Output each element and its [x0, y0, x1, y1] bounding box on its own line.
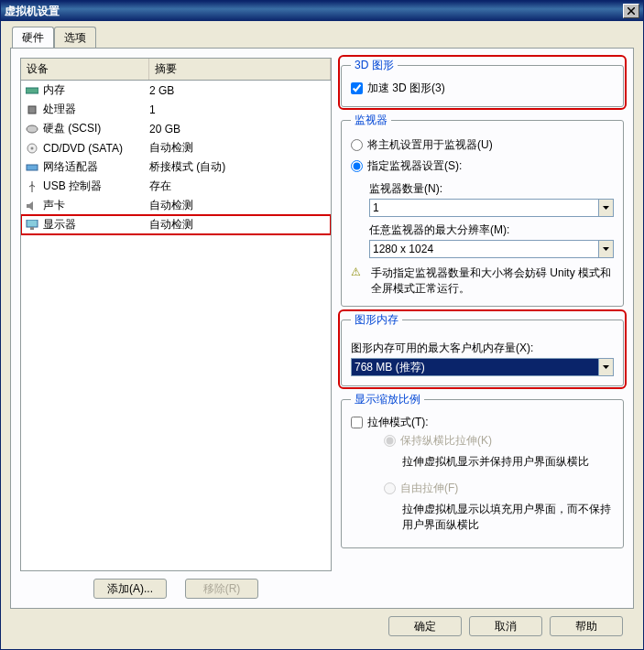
device-list-header: 设备 摘要: [21, 59, 331, 81]
group-display-scaling: 显示缩放比例 拉伸模式(T): 保持纵横比拉伸(K) 拉伸虚拟机显示并保持用户界…: [341, 392, 624, 548]
device-row-cpu[interactable]: 处理器 1: [21, 100, 331, 119]
checkbox-label: 加速 3D 图形(3): [367, 81, 445, 96]
radio-label: 将主机设置用于监视器(U): [367, 137, 493, 153]
device-summary: 自动检测: [149, 198, 327, 213]
device-name: 处理器: [43, 102, 149, 117]
device-summary: 20 GB: [149, 123, 327, 135]
usb-icon: [25, 180, 39, 193]
group-graphics-memory: 图形内存 图形内存可用的最大客户机内存量(X):: [341, 312, 624, 386]
chevron-down-icon: [603, 206, 609, 210]
free-stretch-hint: 拉伸虚拟机显示以填充用户界面，而不保持用户界面纵横比: [402, 502, 614, 533]
col-summary[interactable]: 摘要: [149, 59, 331, 80]
svg-rect-5: [27, 165, 38, 170]
device-row-sound[interactable]: 声卡 自动检测: [21, 196, 331, 215]
device-row-memory[interactable]: 内存 2 GB: [21, 81, 331, 100]
keep-aspect-hint: 拉伸虚拟机显示并保持用户界面纵横比: [402, 454, 614, 470]
checkbox-stretch-mode[interactable]: 拉伸模式(T):: [351, 415, 429, 430]
chevron-down-icon: [603, 247, 609, 251]
device-buttons: 添加(A)... 移除(R): [20, 579, 332, 599]
legend-monitors: 监视器: [351, 113, 391, 128]
dropdown-arrow[interactable]: [599, 199, 614, 217]
device-summary: 自动检测: [149, 140, 327, 156]
radio-free-stretch-input: [384, 482, 396, 494]
device-name: USB 控制器: [43, 179, 149, 194]
radio-label: 自由拉伸(F): [400, 481, 458, 496]
device-row-cd[interactable]: CD/DVD (SATA) 自动检测: [21, 138, 331, 157]
dropdown-arrow[interactable]: [599, 240, 614, 258]
checkbox-accelerate-3d[interactable]: 加速 3D 图形(3): [351, 81, 445, 96]
svg-point-4: [31, 146, 34, 149]
graphics-memory-input[interactable]: [351, 358, 599, 376]
window-title: 虚拟机设置: [5, 4, 60, 19]
svg-rect-0: [26, 88, 38, 93]
group-3d-graphics: 3D 图形 加速 3D 图形(3): [341, 58, 624, 107]
remove-device-button[interactable]: 移除(R): [185, 579, 258, 599]
monitor-count-combo[interactable]: [369, 199, 614, 217]
device-name: 网络适配器: [43, 159, 149, 175]
monitor-count-label: 监视器数量(N):: [369, 181, 614, 197]
monitor-count-input[interactable]: [369, 199, 599, 217]
sound-icon: [25, 200, 39, 212]
device-summary: 1: [149, 103, 327, 116]
svg-rect-6: [27, 220, 38, 227]
chevron-down-icon: [603, 365, 609, 369]
tab-options[interactable]: 选项: [54, 27, 96, 49]
cancel-button[interactable]: 取消: [469, 616, 542, 636]
device-summary: 2 GB: [149, 84, 327, 97]
radio-label: 指定监视器设置(S):: [367, 158, 462, 174]
dropdown-arrow[interactable]: [599, 358, 614, 376]
radio-host-settings-input[interactable]: [351, 139, 363, 151]
max-resolution-combo[interactable]: [369, 240, 614, 258]
device-name: CD/DVD (SATA): [43, 142, 149, 155]
checkbox-accelerate-3d-input[interactable]: [351, 82, 363, 94]
cpu-icon: [25, 103, 39, 116]
display-icon: [25, 219, 39, 232]
add-device-button[interactable]: 添加(A)...: [93, 579, 167, 599]
radio-host-settings[interactable]: 将主机设置用于监视器(U): [351, 137, 614, 153]
help-button[interactable]: 帮助: [550, 616, 623, 636]
max-resolution-label: 任意监视器的最大分辨率(M):: [369, 222, 614, 238]
titlebar[interactable]: 虚拟机设置: [1, 1, 643, 21]
svg-rect-7: [30, 227, 34, 230]
device-list-body: 内存 2 GB 处理器 1 硬盘 (SCSI) 20 GB: [21, 81, 331, 570]
checkbox-stretch-mode-input[interactable]: [351, 417, 363, 428]
device-summary: 自动检测: [149, 217, 327, 233]
close-icon: [628, 7, 635, 15]
close-button[interactable]: [623, 4, 639, 18]
monitor-warning: ⚠ 手动指定监视器数量和大小将会妨碍 Unity 模式和全屏模式正常运行。: [351, 265, 614, 297]
radio-keep-aspect: 保持纵横比拉伸(K): [384, 433, 614, 449]
max-resolution-input[interactable]: [369, 240, 599, 258]
radio-free-stretch: 自由拉伸(F): [384, 481, 614, 496]
radio-specify-settings-input[interactable]: [351, 160, 363, 172]
device-row-network[interactable]: 网络适配器 桥接模式 (自动): [21, 157, 331, 177]
dialog-body: 硬件 选项 设备 摘要 内存 2 GB: [1, 21, 643, 649]
warning-text: 手动指定监视器数量和大小将会妨碍 Unity 模式和全屏模式正常运行。: [371, 265, 614, 297]
device-list-column: 设备 摘要 内存 2 GB 处理器 1: [20, 58, 332, 599]
graphics-memory-combo[interactable]: [351, 358, 614, 376]
device-list: 设备 摘要 内存 2 GB 处理器 1: [20, 58, 332, 571]
device-row-display[interactable]: 显示器 自动检测: [21, 215, 331, 234]
legend-gmem: 图形内存: [351, 312, 402, 328]
memory-icon: [25, 84, 39, 97]
settings-column: 3D 图形 加速 3D 图形(3) 监视器 将主机设置用于监视器(U): [341, 58, 624, 599]
radio-label: 保持纵横比拉伸(K): [400, 433, 492, 449]
device-row-usb[interactable]: USB 控制器 存在: [21, 177, 331, 196]
radio-keep-aspect-input: [384, 435, 396, 447]
gmem-label: 图形内存可用的最大客户机内存量(X):: [351, 341, 614, 356]
disk-icon: [25, 123, 39, 135]
legend-3d: 3D 图形: [351, 58, 398, 73]
svg-point-2: [27, 125, 38, 133]
radio-specify-settings[interactable]: 指定监视器设置(S):: [351, 158, 614, 174]
legend-scaling: 显示缩放比例: [351, 392, 424, 407]
device-name: 内存: [43, 82, 149, 98]
svg-rect-1: [28, 106, 36, 114]
device-row-disk[interactable]: 硬盘 (SCSI) 20 GB: [21, 119, 331, 138]
vm-settings-window: 虚拟机设置 硬件 选项 设备 摘要 内存: [0, 0, 644, 650]
network-icon: [25, 161, 39, 174]
tab-strip: 硬件 选项: [10, 27, 634, 49]
tab-hardware[interactable]: 硬件: [12, 27, 54, 49]
device-summary: 桥接模式 (自动): [149, 159, 327, 175]
col-device[interactable]: 设备: [21, 59, 149, 80]
ok-button[interactable]: 确定: [388, 616, 462, 636]
hardware-panel: 设备 摘要 内存 2 GB 处理器 1: [10, 48, 634, 609]
